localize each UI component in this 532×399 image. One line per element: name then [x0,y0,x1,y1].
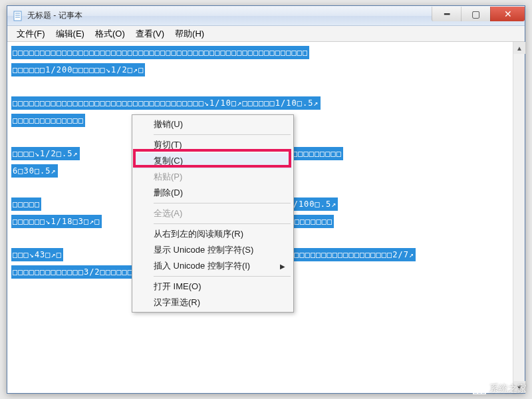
selected-text: □□□□□□□□□□□□□□□□□□□□□□□□□□□□□□□□□□□□□□□□… [11,46,309,59]
ctx-paste[interactable]: 粘贴(P) [134,169,292,185]
ctx-cut[interactable]: 剪切(T) [134,137,292,153]
ctx-insert-unicode-label: 插入 Unicode 控制字符(I) [154,260,250,272]
selected-text: 6□30□.5↗ [11,164,58,178]
ctx-delete[interactable]: 删除(D) [134,185,292,201]
maximize-button[interactable]: ▢ [461,7,490,21]
close-button[interactable]: ✕ [490,7,525,21]
selected-text: □□□□↘1/2□.5↗ [11,147,80,160]
notepad-icon [13,11,23,21]
menu-file[interactable]: 文件(F) [11,27,51,41]
window-controls: ━ ▢ ✕ [432,7,525,21]
selected-text: □□□□□□□□□□□□□ [11,114,85,127]
ctx-insert-unicode[interactable]: 插入 Unicode 控制字符(I)▶ [134,258,292,274]
selected-text: □□□□□ [11,198,41,211]
selected-text: □□□□□□□□□□□□□□□□□□□□□□□□□□□□□□□□□□□↘1/10… [11,96,321,110]
ctx-rtl-reading[interactable]: 从右到左的阅读顺序(R) [134,226,292,242]
vertical-scrollbar[interactable]: ▲ ▼ [513,42,525,393]
ctx-open-ime[interactable]: 打开 IME(O) [134,279,292,295]
menu-separator [154,223,291,224]
svg-rect-0 [14,11,21,21]
titlebar: 无标题 - 记事本 ━ ▢ ✕ [7,6,525,26]
menu-view[interactable]: 查看(V) [130,27,170,41]
context-menu: 撤销(U) 剪切(T) 复制(C) 粘贴(P) 删除(D) 全选(A) 从右到左… [132,114,294,313]
house-icon [472,383,487,395]
watermark: 系统之家 [472,383,527,395]
window-title: 无标题 - 记事本 [27,10,432,21]
menu-help[interactable]: 帮助(H) [170,27,209,41]
menu-format[interactable]: 格式(O) [90,27,130,41]
ctx-undo[interactable]: 撤销(U) [134,116,292,132]
selected-text: □□□↘43□↗□ [11,248,63,261]
selected-text: □□□□□□↘1/18□3□↗□ [11,215,102,228]
selected-text: □□□□□□1/200□□□□□□↘1/2□↗□ [11,63,145,76]
ctx-select-all[interactable]: 全选(A) [134,205,292,221]
ctx-hanzi-reselect[interactable]: 汉字重选(R) [134,295,292,311]
svg-point-4 [483,385,485,387]
watermark-text: 系统之家 [489,383,527,395]
scroll-up-arrow-icon[interactable]: ▲ [513,42,525,54]
menu-separator [154,203,291,203]
submenu-arrow-icon: ▶ [280,263,285,270]
menu-edit[interactable]: 编辑(E) [51,27,90,41]
ctx-copy[interactable]: 复制(C) [134,153,292,169]
ctx-show-unicode[interactable]: 显示 Unicode 控制字符(S) [134,242,292,258]
menubar: 文件(F) 编辑(E) 格式(O) 查看(V) 帮助(H) [7,26,525,42]
menu-separator [154,134,291,135]
paragraph-1: □□□□□□□□□□□□□□□□□□□□□□□□□□□□□□□□□□□□□□□□… [11,46,509,80]
minimize-button[interactable]: ━ [432,7,461,21]
menu-separator [154,276,291,277]
